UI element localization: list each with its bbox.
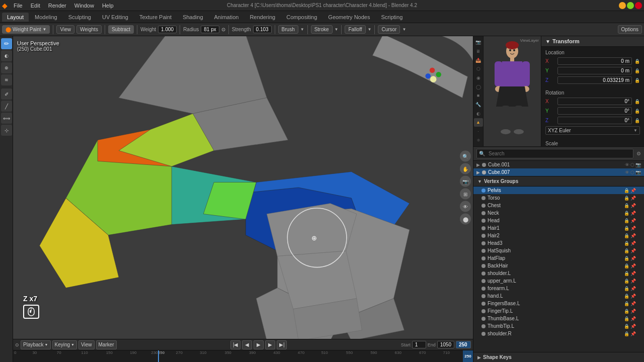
- vg-chest-pin[interactable]: 📌: [630, 203, 636, 208]
- vg-thumbtip-l-lock[interactable]: 🔒: [624, 324, 629, 329]
- weight-value[interactable]: 1.000: [158, 26, 177, 33]
- props-object-icon[interactable]: ■: [474, 92, 483, 100]
- tab-layout[interactable]: Layout: [2, 13, 29, 22]
- tool-cursor[interactable]: ⊹: [1, 125, 12, 136]
- viewport[interactable]: ⊕ User Perspective (250) Cube.001 Z x7: [13, 36, 473, 339]
- vg-forearm-l-pin[interactable]: 📌: [630, 286, 636, 291]
- playback-menu[interactable]: Playback ▼: [21, 340, 51, 349]
- step-forward-btn[interactable]: ▶: [265, 340, 275, 349]
- props-world-icon[interactable]: ◯: [474, 82, 483, 91]
- vg-hand-l-pin[interactable]: 📌: [630, 294, 636, 299]
- rotation-z-val[interactable]: 0°: [557, 117, 632, 124]
- vg-head-lock[interactable]: 🔒: [624, 218, 629, 223]
- play-btn[interactable]: ▶: [254, 340, 264, 349]
- vg-chest[interactable]: Chest 🔒 📌: [473, 202, 644, 209]
- vg-upper-arm-l[interactable]: upper_arm.L 🔒 📌: [473, 277, 644, 285]
- tab-modeling[interactable]: Modeling: [30, 13, 62, 22]
- weights-menu[interactable]: Weights: [76, 25, 102, 34]
- tool-smear[interactable]: ≋: [1, 74, 12, 85]
- tool-average[interactable]: ⊕: [1, 62, 12, 73]
- tab-sculpting[interactable]: Sculpting: [63, 13, 96, 22]
- location-z-lock[interactable]: 🔒: [634, 77, 640, 83]
- tab-geometry-nodes[interactable]: Geometry Nodes: [323, 13, 375, 22]
- vg-backhair-pin[interactable]: 📌: [630, 263, 636, 268]
- keying-menu[interactable]: Keying ▼: [52, 340, 77, 349]
- vg-fingertip-l-lock[interactable]: 🔒: [624, 309, 629, 314]
- tool-draw[interactable]: ✏: [1, 38, 12, 49]
- minimize-button[interactable]: [619, 2, 626, 9]
- vg-hair1-lock[interactable]: 🔒: [624, 226, 629, 231]
- vg-hatflap[interactable]: HatFlap 🔒 📌: [473, 254, 644, 262]
- subtract-btn[interactable]: Subtract: [108, 25, 134, 34]
- props-shader-icon[interactable]: ◐: [474, 109, 483, 118]
- rotation-z-lock[interactable]: 🔒: [634, 118, 640, 124]
- view-menu-tl[interactable]: View: [78, 340, 95, 349]
- vg-hatflap-pin[interactable]: 📌: [630, 256, 636, 261]
- props-scene2-icon[interactable]: ◉: [474, 74, 483, 82]
- brush-dropdown[interactable]: ▼: [300, 27, 304, 32]
- brush-btn[interactable]: Brush: [278, 25, 298, 34]
- cursor-dropdown[interactable]: ▼: [402, 27, 406, 32]
- filter-icon[interactable]: ⚙: [636, 151, 641, 156]
- vg-hair2[interactable]: Hair2 🔒 📌: [473, 232, 644, 239]
- stroke-btn[interactable]: Stroke: [311, 25, 333, 34]
- vg-neck-lock[interactable]: 🔒: [624, 211, 629, 216]
- tool-blur[interactable]: ◐: [1, 50, 12, 61]
- menu-render[interactable]: Render: [44, 2, 70, 10]
- location-y-val[interactable]: 0 m: [557, 67, 632, 74]
- stroke-dropdown[interactable]: ▼: [335, 27, 339, 32]
- tool-annotate[interactable]: ✐: [1, 88, 12, 100]
- nav-view-icon[interactable]: 👁: [460, 201, 471, 212]
- nav-camera-icon[interactable]: 📷: [460, 176, 471, 187]
- props-modifier-icon[interactable]: 🔧: [474, 101, 483, 109]
- maximize-button[interactable]: [627, 2, 634, 9]
- vg-thumbtip-l-pin[interactable]: 📌: [630, 324, 636, 329]
- falloff-btn[interactable]: Falloff: [345, 25, 365, 34]
- vg-backhair-lock[interactable]: 🔒: [624, 263, 629, 268]
- vg-forearm-l[interactable]: forearm.L 🔒 📌: [473, 285, 644, 292]
- tab-rendering[interactable]: Rendering: [245, 13, 280, 22]
- cube001-row[interactable]: ▶ Cube.001 👁 ⬡ 📷: [473, 161, 644, 168]
- location-y-lock[interactable]: 🔒: [634, 68, 640, 74]
- menu-window[interactable]: Window: [70, 2, 98, 10]
- props-render-icon[interactable]: 🖥: [474, 47, 483, 56]
- nav-grid-icon[interactable]: ⊞: [460, 189, 471, 200]
- rotation-x-lock[interactable]: 🔒: [634, 99, 640, 105]
- cube007-eye-icon[interactable]: 👁: [625, 170, 629, 175]
- vg-hand-l[interactable]: hand.L 🔒 📌: [473, 292, 644, 300]
- strength-value[interactable]: 0.103: [253, 26, 272, 33]
- rotation-x-val[interactable]: 0°: [557, 98, 632, 105]
- vg-shoulder-r[interactable]: shoulder.R 🔒 📌: [473, 330, 644, 337]
- vg-fingersbase-l-lock[interactable]: 🔒: [624, 301, 629, 306]
- vg-hatsquish-lock[interactable]: 🔒: [624, 248, 629, 253]
- vg-shoulder-l-pin[interactable]: 📌: [630, 271, 636, 276]
- props-particles-icon[interactable]: ·: [474, 127, 483, 136]
- tab-compositing[interactable]: Compositing: [281, 13, 322, 22]
- props-output-icon[interactable]: 📤: [474, 56, 483, 64]
- location-x-lock[interactable]: 🔒: [634, 58, 640, 64]
- cube007-row[interactable]: ▶ Cube.007 👁 ⬡ 📷: [473, 168, 644, 176]
- vg-pelvis-lock[interactable]: 🔒: [624, 188, 629, 193]
- vg-head3[interactable]: Head3 🔒 📌: [473, 239, 644, 247]
- tab-animation[interactable]: Animation: [209, 13, 244, 22]
- vg-upper-arm-l-pin[interactable]: 📌: [630, 279, 636, 284]
- search-input[interactable]: [487, 150, 631, 157]
- end-frame[interactable]: 1050: [437, 341, 454, 348]
- props-data-icon[interactable]: ▲: [474, 118, 483, 127]
- cube001-viewport-icon[interactable]: ⬡: [630, 162, 634, 167]
- vg-hand-l-lock[interactable]: 🔒: [624, 294, 629, 299]
- menu-edit[interactable]: Edit: [27, 2, 44, 10]
- vg-thumbbase-l[interactable]: ThumbBase.L 🔒 📌: [473, 315, 644, 322]
- vg-hair1-pin[interactable]: 📌: [630, 226, 636, 231]
- close-button[interactable]: [635, 2, 642, 9]
- vg-head3-pin[interactable]: 📌: [630, 241, 636, 246]
- vg-head[interactable]: Head 🔒 📌: [473, 217, 644, 224]
- vg-upper-arm-l-lock[interactable]: 🔒: [624, 279, 629, 284]
- rotation-y-lock[interactable]: 🔒: [634, 108, 640, 114]
- current-frame[interactable]: 250: [456, 341, 471, 348]
- falloff-dropdown[interactable]: ▼: [368, 27, 372, 32]
- vg-thumbbase-l-pin[interactable]: 📌: [630, 316, 636, 321]
- vg-thumbbase-l-lock[interactable]: 🔒: [624, 316, 629, 321]
- vg-torso-lock[interactable]: 🔒: [624, 196, 629, 201]
- vg-fingertip-l[interactable]: FingerTip.L 🔒 📌: [473, 307, 644, 315]
